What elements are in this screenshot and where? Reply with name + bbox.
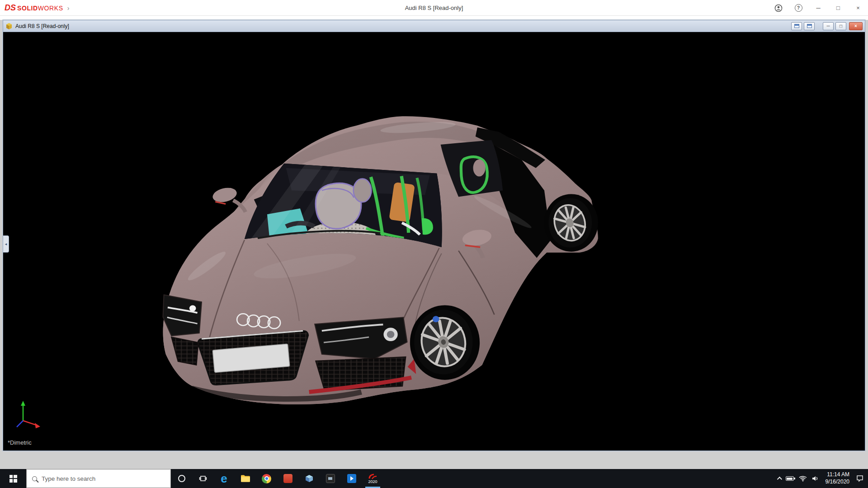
brand-solid: SOLID — [17, 5, 38, 12]
document-window: Audi R8 S [Read-only] ─ □ × — [3, 20, 865, 451]
client-top-strip — [0, 16, 868, 20]
restore-button[interactable]: □ — [828, 0, 848, 16]
wifi-icon — [799, 475, 807, 482]
red-app-icon — [283, 474, 292, 483]
file-explorer-icon — [241, 474, 250, 483]
taskbar-clock[interactable]: 11:14 AM 9/16/2020 — [824, 471, 851, 485]
taskbar: Type here to search e — [0, 469, 868, 488]
document-title: Audi R8 S [Read-only] — [15, 23, 69, 29]
doc-minimize-button[interactable]: ─ — [823, 22, 834, 30]
car-3d-model — [3, 32, 865, 450]
featuremanager-collapse-tab[interactable]: ◂ — [3, 235, 9, 253]
account-icon — [774, 4, 783, 12]
close-button[interactable]: × — [848, 0, 868, 16]
main-titlebar: DSSOLIDWORKS › Audi R8 S [Read-only] ? ─… — [0, 0, 868, 16]
3d-viewer-button[interactable] — [298, 469, 320, 488]
solidworks-icon — [368, 474, 377, 479]
battery-icon — [786, 476, 794, 481]
document-titlebar[interactable]: Audi R8 S [Read-only] ─ □ × — [3, 20, 865, 32]
search-placeholder: Type here to search — [42, 475, 95, 482]
taskbar-search-box[interactable]: Type here to search — [26, 469, 171, 488]
edge-icon: e — [221, 473, 227, 484]
brand-ds: DS — [5, 3, 16, 13]
blue-app-button[interactable] — [341, 469, 362, 488]
clock-time: 11:14 AM — [826, 471, 849, 479]
task-view-button[interactable] — [192, 469, 213, 488]
network-button[interactable] — [799, 475, 807, 482]
graphics-viewport[interactable]: *Dimetric ◂ — [3, 32, 865, 450]
red-app-button[interactable] — [277, 469, 298, 488]
orientation-triad — [10, 397, 47, 433]
help-icon: ? — [795, 4, 802, 12]
window-title: Audi R8 S [Read-only] — [0, 0, 868, 16]
taskbar-app-icons: e 2020 — [171, 469, 383, 488]
solidworks-taskbar-button[interactable]: 2020 — [362, 469, 383, 488]
cortana-icon — [178, 475, 185, 482]
view-orientation-label: *Dimetric — [8, 439, 32, 446]
solidworks-logo[interactable]: DSSOLIDWORKS › — [5, 0, 69, 16]
account-button[interactable] — [769, 0, 788, 16]
search-icon — [32, 476, 37, 481]
edge-button[interactable]: e — [213, 469, 235, 488]
help-button[interactable]: ? — [788, 0, 808, 16]
document-window-controls: ─ □ × — [791, 22, 863, 30]
menu-arrow-icon[interactable]: › — [67, 5, 70, 12]
task-view-icon — [199, 475, 207, 482]
blue-app-icon — [347, 474, 356, 483]
pane-icon — [807, 24, 812, 28]
battery-button[interactable] — [786, 476, 794, 481]
document-icon — [5, 23, 13, 30]
display-pane-button-2[interactable] — [804, 22, 815, 30]
notifications-button[interactable] — [856, 475, 863, 482]
solidworks-year-label: 2020 — [368, 480, 377, 484]
pane-icon — [794, 24, 799, 28]
system-tray: 11:14 AM 9/16/2020 — [777, 469, 868, 488]
dark-app-icon — [326, 474, 335, 483]
tray-expand-icon — [777, 477, 782, 482]
clock-date: 9/16/2020 — [826, 479, 849, 486]
doc-restore-button[interactable]: □ — [835, 22, 846, 30]
notifications-icon — [856, 475, 863, 482]
window-controls: ? ─ □ × — [769, 0, 868, 16]
volume-icon — [812, 475, 819, 482]
chrome-icon — [262, 474, 271, 483]
brand-works: WORKS — [38, 5, 63, 12]
cube-3d-icon — [305, 474, 314, 483]
start-icon — [9, 475, 17, 483]
start-button[interactable] — [0, 469, 26, 488]
dark-app-button[interactable] — [320, 469, 341, 488]
cortana-button[interactable] — [171, 469, 192, 488]
volume-button[interactable] — [812, 475, 819, 482]
minimize-button[interactable]: ─ — [808, 0, 828, 16]
chrome-button[interactable] — [256, 469, 277, 488]
file-explorer-button[interactable] — [235, 469, 256, 488]
display-pane-button-1[interactable] — [791, 22, 802, 30]
doc-close-button[interactable]: × — [849, 22, 863, 30]
tray-expand-button[interactable] — [777, 477, 781, 480]
